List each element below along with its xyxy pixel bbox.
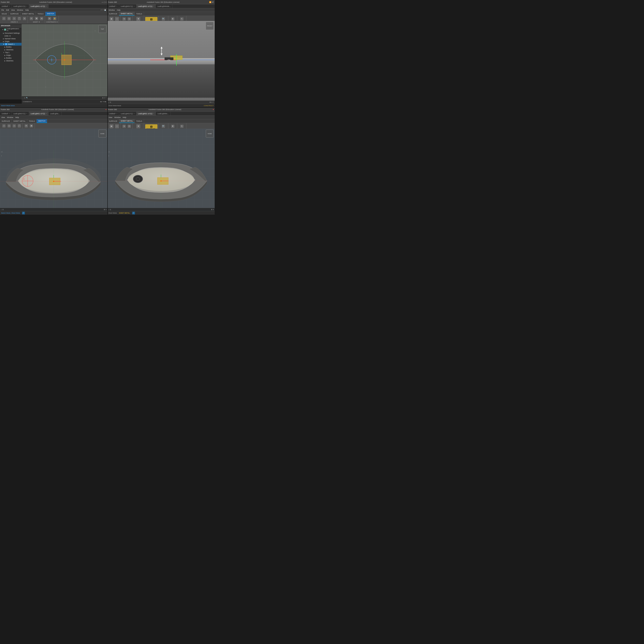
ribbon-btn-assemble-p2[interactable]: ⚙: [136, 17, 141, 21]
ribbon-btn-flange-p4[interactable]: ⬚: [114, 124, 120, 129]
ribbon-btn-arc[interactable]: ⌒: [17, 17, 22, 21]
ribbon-tab-sheetmetal-p3[interactable]: SHEET METAL: [12, 119, 27, 123]
menu-view[interactable]: View: [11, 9, 15, 11]
browser-item-sketches1[interactable]: ▶ Sketches: [0, 48, 22, 51]
ribbon-btn-assemble-p4[interactable]: ⚙: [136, 124, 141, 129]
ribbon-tab-sketch[interactable]: SKETCH: [45, 12, 56, 16]
browser-item-units[interactable]: Units: in: [0, 35, 22, 37]
tab-close-p4-1[interactable]: ×: [116, 113, 117, 114]
tab-leaflight01-p4[interactable]: LeafLight01*(1) ×: [119, 112, 136, 115]
tab-close-p4-3[interactable]: ×: [153, 113, 154, 114]
menu-window-p4[interactable]: Window: [114, 116, 121, 118]
tab-leaflight-v1-p4[interactable]: LeafLight01 v1*(1) ×: [136, 112, 156, 115]
menu-window-p2[interactable]: Window: [109, 9, 115, 11]
menu-window-p3[interactable]: Window: [7, 116, 13, 118]
menu-help[interactable]: Help: [25, 9, 29, 11]
viewport-p4[interactable]: v1 1 1 HOME ⌂ ⊡ ▦ ◈: [107, 129, 215, 211]
ribbon-tab-surface-p4[interactable]: SURFACE: [107, 119, 119, 123]
ribbon-btn-line-p3[interactable]: /: [2, 124, 6, 128]
tab-leaflight-v1-p2[interactable]: LeafLight01 v1*(1) ×: [136, 4, 156, 8]
ribbon-tab-sheetmetal-p4[interactable]: SHEET METAL: [119, 119, 135, 123]
ribbon-btn-unfold-p4[interactable]: ⬡: [127, 124, 132, 128]
nav-btn-zoom[interactable]: 🔍: [26, 97, 28, 99]
ribbon-btn-select-p2[interactable]: ↖: [180, 17, 184, 21]
ribbon-btn-rect[interactable]: □: [7, 17, 11, 21]
ribbon-tab-sheetmetal-p2[interactable]: SHEET METAL: [119, 12, 135, 16]
tab-close-p3-3[interactable]: ×: [46, 113, 47, 114]
window-controls-p4[interactable]: ●: [213, 109, 214, 110]
tab-close-p1-2[interactable]: ×: [26, 5, 27, 7]
ribbon-btn-mirror[interactable]: ⇔: [39, 17, 44, 21]
ribbon-tab-tools-p3[interactable]: TOOLS: [27, 119, 37, 123]
tab-leaflightmo-p4[interactable]: LeafLightMo...: [156, 112, 170, 115]
nav-btn-home[interactable]: ⌂: [22, 97, 23, 99]
nav-btn-fit-p4[interactable]: ⊡: [110, 209, 111, 211]
ribbon-tab-surface[interactable]: SURFACE: [9, 12, 21, 16]
nav-btn-fit-p2[interactable]: ⊡: [110, 101, 111, 103]
browser-item-sketches2[interactable]: ▶ Sketches: [0, 59, 22, 62]
ribbon-btn-insert-p2[interactable]: ⬇: [170, 17, 175, 21]
ribbon-btn-offset-p3[interactable]: ⊞: [29, 124, 34, 128]
ribbon-btn-insert-p4[interactable]: ⬇: [170, 124, 175, 128]
tab-leaflight01-p1[interactable]: LeafLight01*(1) ×: [12, 4, 29, 8]
viewport-p1[interactable]: 1 1 TOP ⌂ ⊡ 🔍 ▦ ◈ ⊙: [22, 24, 107, 99]
tab-close-p2-1[interactable]: ×: [116, 5, 117, 7]
ribbon-btn-rect-p3[interactable]: □: [7, 124, 11, 128]
browser-item-sketch1[interactable]: ▼ Sketch 1: [0, 43, 22, 46]
menu-edit[interactable]: Edit: [6, 9, 9, 11]
browser-item-origin2[interactable]: ▶ Origin: [0, 54, 22, 57]
status-icon-p3[interactable]: ✓: [22, 212, 25, 214]
browser-item-origin1[interactable]: ▶ Origin: [0, 40, 22, 43]
menu-window[interactable]: Window: [17, 9, 23, 11]
tab-leaflightmodel-p2[interactable]: LeafLightMode...: [156, 4, 172, 8]
tab-close-p1-3[interactable]: ×: [46, 5, 47, 7]
browser-item-top1[interactable]: ▼ Top:1: [0, 51, 22, 54]
ribbon-btn-dimension[interactable]: D: [47, 17, 52, 21]
tab-leaflight01-p2[interactable]: LeafLight01*(1) ×: [119, 4, 136, 8]
menu-view-p3[interactable]: View: [1, 116, 5, 118]
tab-untitled-p2[interactable]: Untitled* ×: [107, 4, 119, 8]
ribbon-tab-surface-p3[interactable]: SURFACE: [0, 119, 12, 123]
ribbon-btn-bend-p2[interactable]: ↪: [122, 17, 126, 21]
tab-untitled-p1[interactable]: Untitled* ×: [0, 4, 12, 8]
ribbon-tab-tools-p4[interactable]: TOOLS: [135, 119, 144, 123]
tab-close-p3-1[interactable]: ×: [9, 113, 10, 114]
ribbon-tab-sheetmetal[interactable]: SHEET METAL: [21, 12, 36, 16]
ribbon-btn-select-p4[interactable]: ↖: [180, 124, 184, 128]
menu-view-p4[interactable]: View: [109, 116, 112, 118]
tab-leaflight-v1-p3[interactable]: LeafLight01 v1*(1) ×: [29, 112, 49, 115]
nav-cube-p1[interactable]: TOP: [98, 25, 106, 33]
browser-item-docsettings[interactable]: ▶ Document Settings: [0, 32, 22, 35]
tab-untitled-p3[interactable]: Untitled* ×: [0, 112, 12, 115]
browser-item-namedviews[interactable]: ▶ Named Views: [0, 37, 22, 40]
ribbon-tab-tools-p2[interactable]: TOOLS: [135, 12, 144, 16]
tab-close-p2-2[interactable]: ×: [134, 5, 135, 7]
viewport-p3[interactable]: ⌀ v1 1 HOME ⌂: [0, 129, 107, 211]
window-controls-p3[interactable]: ●: [106, 109, 107, 110]
ribbon-btn-circle-p3[interactable]: ○: [12, 124, 17, 128]
ribbon-btn-create-p4[interactable]: ▤: [109, 124, 114, 129]
ribbon-btn-inspect-p2[interactable]: 🔍: [161, 17, 166, 21]
nav-btn-home-p3[interactable]: ⌂: [1, 209, 2, 211]
menu-file[interactable]: File: [1, 9, 4, 11]
window-controls-p1[interactable]: — □ ×: [102, 1, 107, 3]
timeline-btn[interactable]: ⏮ ◀ ▶ ⏭: [100, 101, 106, 103]
ribbon-tab-sketch-p3[interactable]: SKETCH: [37, 119, 47, 123]
browser-item-root[interactable]: ▼ LeafLightModelv1 v1: [0, 27, 22, 32]
nav-btn-home-p2[interactable]: ⌂: [108, 101, 109, 103]
menu-help-p3[interactable]: Help: [15, 116, 19, 118]
ribbon-btn-flange-p2[interactable]: ⬚: [114, 17, 120, 21]
tab-leaflight01-p3[interactable]: LeafLight01*(1) ×: [12, 112, 29, 115]
nav-cube-p3[interactable]: HOME: [98, 130, 106, 138]
ribbon-btn-trim-p3[interactable]: ✂: [24, 124, 29, 128]
tab-close-p3-2[interactable]: ×: [26, 113, 27, 114]
ribbon-btn-spline[interactable]: ∿: [22, 17, 27, 21]
ribbon-btn-trim[interactable]: ✂: [29, 17, 34, 21]
tab-leaflights-p3[interactable]: LeafLights...: [49, 112, 62, 115]
ribbon-btn-lock[interactable]: 🔒: [52, 17, 57, 21]
browser-item-bodies1[interactable]: ▶ Bodies: [0, 46, 22, 48]
ribbon-tab-solid[interactable]: SOLID: [0, 12, 9, 16]
menu-help-p2[interactable]: Help: [117, 9, 121, 11]
tab-untitled-p4[interactable]: Untitled* ×: [107, 112, 119, 115]
nav-cube-p4[interactable]: HOME: [206, 130, 214, 138]
